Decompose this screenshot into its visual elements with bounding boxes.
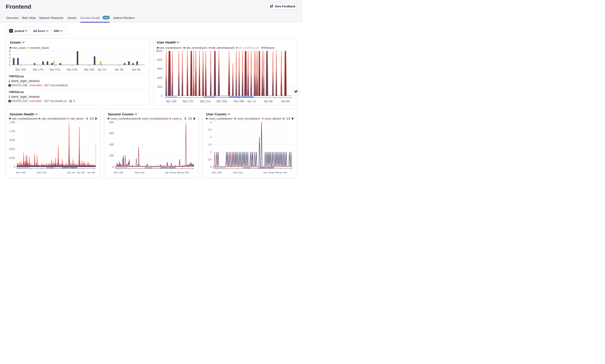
svg-text:0.5: 0.5	[208, 158, 212, 161]
svg-text:1/2: 1/2	[286, 117, 290, 120]
svg-text:Mar 21st: Mar 21st	[233, 171, 243, 174]
svg-text:0: 0	[210, 165, 212, 168]
svg-text:User Counts: User Counts	[206, 112, 226, 116]
svg-text:Apr 9th: Apr 9th	[279, 171, 287, 174]
svg-text:2: 2	[210, 136, 212, 138]
svg-text:Apr 5th: Apr 5th	[271, 171, 279, 174]
svg-text:count_crashed(user): count_crashed(user)	[208, 117, 233, 120]
svg-text:2.5: 2.5	[208, 128, 212, 131]
svg-text:Mar 13th: Mar 13th	[212, 171, 222, 174]
svg-text:1: 1	[210, 151, 212, 153]
svg-text:count_errored(user): count_errored(user)	[237, 117, 260, 120]
svg-text:3: 3	[210, 121, 212, 124]
svg-text:count_abnorm: count_abnorm	[265, 117, 281, 120]
svg-text:Apr 1st: Apr 1st	[263, 171, 271, 174]
svg-text:1.5: 1.5	[208, 143, 212, 146]
